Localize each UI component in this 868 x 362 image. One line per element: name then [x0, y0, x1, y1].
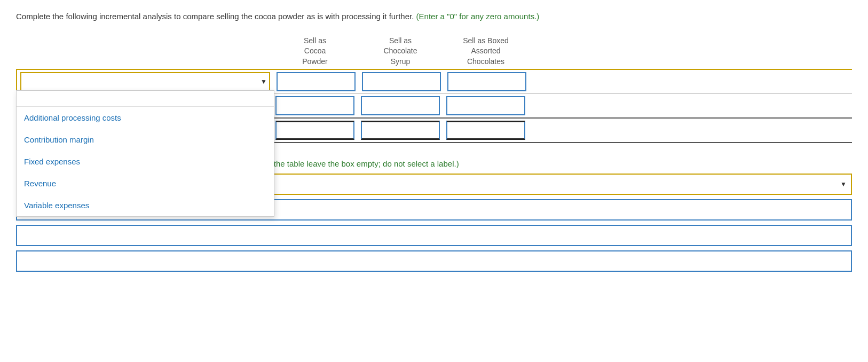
dropdown-contribution-margin[interactable]: Contribution margin [17, 129, 274, 151]
reasons-input-2[interactable] [16, 225, 852, 246]
analysis-table: Additional processing costs Contribution… [16, 69, 852, 143]
row-3-col2-cell[interactable] [358, 119, 443, 142]
row-2-col1-cell[interactable] [272, 94, 358, 117]
col-header-1: Sell as Cocoa Powder [272, 36, 358, 67]
reasons-input-3[interactable] [16, 250, 852, 272]
row-1-col2-input[interactable] [362, 72, 441, 91]
row-3-col2-input[interactable] [361, 121, 440, 140]
row-1-col2-cell[interactable] [359, 70, 444, 93]
row-1-col1-input[interactable] [277, 72, 356, 91]
col-header-3: Sell as Boxed Assorted Chocolates [443, 36, 528, 67]
row-2-col2-cell[interactable] [358, 94, 443, 117]
row-1-select[interactable]: Additional processing costs Contribution… [20, 72, 270, 91]
dropdown-additional-processing-costs[interactable]: Additional processing costs [17, 107, 274, 129]
dropdown-blank-option[interactable] [17, 91, 274, 107]
intro-section: Complete the following incremental analy… [16, 11, 852, 23]
row-2-col1-input[interactable] [275, 96, 354, 115]
dropdown-menu: Additional processing costs Contribution… [16, 90, 274, 217]
row-2-col3-input[interactable] [446, 96, 525, 115]
row-1-col1-cell[interactable] [273, 70, 359, 93]
table-row-1: Additional processing costs Contribution… [16, 69, 852, 93]
intro-note: (Enter a "0" for any zero amounts.) [416, 12, 540, 21]
col-header-2: Sell as Chocolate Syrup [358, 36, 443, 67]
row-3-col3-cell[interactable] [443, 119, 528, 142]
dropdown-fixed-expenses[interactable]: Fixed expenses [17, 151, 274, 172]
intro-main-text: Complete the following incremental analy… [16, 12, 414, 21]
column-headers: Sell as Cocoa Powder Sell as Chocolate S… [272, 36, 852, 67]
row-3-col1-input[interactable] [275, 121, 354, 140]
row-2-col3-cell[interactable] [443, 94, 528, 117]
reasons-input-3-wrapper[interactable] [16, 250, 852, 276]
row-3-col1-cell[interactable] [272, 119, 358, 142]
row-2-col2-input[interactable] [361, 96, 440, 115]
dropdown-revenue[interactable]: Revenue [17, 172, 274, 194]
row-3-col3-input[interactable] [446, 121, 525, 140]
row-1-col3-cell[interactable] [444, 70, 530, 93]
reasons-input-2-wrapper[interactable] [16, 225, 852, 250]
row-1-col3-input[interactable] [447, 72, 526, 91]
dropdown-variable-expenses[interactable]: Variable expenses [17, 194, 274, 216]
